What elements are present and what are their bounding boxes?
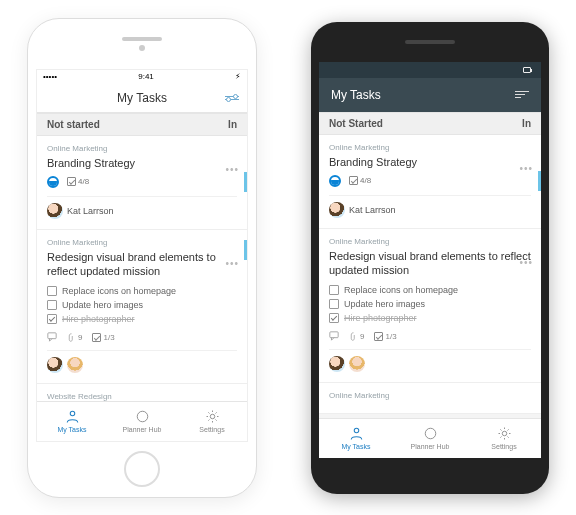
comments-icon [47, 332, 57, 342]
tab-bar: My Tasks Planner Hub Settings [37, 401, 247, 441]
task-card[interactable]: Online Marketing [319, 383, 541, 414]
home-button[interactable] [124, 451, 160, 487]
checklist-icon [374, 332, 383, 341]
task-list[interactable]: Online Marketing Branding Strategy 4/8 •… [37, 136, 247, 401]
scroll-indicator [244, 240, 247, 260]
avatar [47, 357, 63, 373]
project-label: Online Marketing [47, 144, 237, 153]
task-title: Redesign visual brand elements to reflec… [47, 250, 237, 279]
tab-label: Settings [199, 426, 224, 433]
ios-header: My Tasks [37, 84, 247, 113]
assignee-name: Kat Larrson [349, 205, 396, 215]
section-header: Not started In [37, 113, 247, 136]
progress-icon [329, 175, 341, 187]
project-label: Website Redesign [47, 392, 237, 400]
android-header: My Tasks [319, 78, 541, 112]
iphone-device: ••••• 9:41 ⚡︎ My Tasks Not started In On… [27, 18, 257, 498]
more-icon[interactable]: ••• [225, 164, 239, 175]
tab-label: Planner Hub [123, 426, 162, 433]
more-icon[interactable]: ••• [519, 257, 533, 268]
tab-label: Planner Hub [411, 443, 450, 450]
tab-my-tasks[interactable]: My Tasks [37, 402, 107, 441]
svg-point-2 [137, 411, 148, 422]
ios-status-bar: ••••• 9:41 ⚡︎ [37, 70, 247, 84]
page-title: My Tasks [117, 91, 167, 105]
android-status-bar [319, 62, 541, 78]
task-card[interactable]: Online Marketing Branding Strategy 4/8 •… [37, 136, 247, 230]
tab-settings[interactable]: Settings [467, 419, 541, 458]
avatar [47, 203, 63, 219]
section-label: Not Started [329, 118, 383, 129]
checklist-count: 1/3 [92, 333, 114, 342]
checkbox-icon[interactable] [329, 285, 339, 295]
section-header: Not Started In [319, 112, 541, 135]
task-card[interactable]: Online Marketing Redesign visual brand e… [319, 229, 541, 384]
checklist-icon [67, 177, 76, 186]
avatar [67, 357, 83, 373]
sort-icon[interactable] [515, 89, 529, 100]
checkbox-icon[interactable] [329, 299, 339, 309]
more-icon[interactable]: ••• [225, 258, 239, 269]
progress-icon [47, 176, 59, 188]
task-title: Branding Strategy [329, 155, 531, 169]
tab-planner-hub[interactable]: Planner Hub [393, 419, 467, 458]
tab-planner-hub[interactable]: Planner Hub [107, 402, 177, 441]
svg-point-1 [70, 411, 75, 416]
task-title: Redesign visual brand elements to reflec… [329, 249, 531, 278]
svg-point-5 [354, 428, 359, 433]
checklist-item[interactable]: Hire photographer [47, 312, 237, 326]
svg-point-6 [425, 428, 436, 439]
android-device: My Tasks Not Started In Online Marketing… [311, 22, 549, 494]
project-label: Online Marketing [329, 237, 531, 246]
tab-my-tasks[interactable]: My Tasks [319, 419, 393, 458]
avatar [349, 356, 365, 372]
checklist-item[interactable]: Hire photographer [329, 311, 531, 325]
scroll-indicator [244, 172, 247, 192]
gear-icon [205, 409, 220, 424]
section-label: Not started [47, 119, 100, 130]
task-card[interactable]: Website Redesign Include social media ta… [37, 384, 247, 400]
checkbox-icon[interactable] [47, 314, 57, 324]
checklist: Replace icons on homepage Update hero im… [47, 284, 237, 326]
tab-label: Settings [491, 443, 516, 450]
page-title: My Tasks [331, 88, 381, 102]
checklist-count: 1/3 [374, 332, 396, 341]
checklist-icon [92, 333, 101, 342]
more-icon[interactable]: ••• [519, 163, 533, 174]
checklist: Replace icons on homepage Update hero im… [329, 283, 531, 325]
comments-icon [329, 331, 339, 341]
battery-icon [523, 67, 531, 73]
checklist-count: 4/8 [67, 177, 89, 186]
task-list[interactable]: Online Marketing Branding Strategy 4/8 •… [319, 135, 541, 418]
tab-settings[interactable]: Settings [177, 402, 247, 441]
task-card[interactable]: Online Marketing Branding Strategy 4/8 •… [319, 135, 541, 229]
checkbox-icon[interactable] [329, 313, 339, 323]
checkbox-icon[interactable] [47, 300, 57, 310]
task-card[interactable]: Online Marketing Redesign visual brand e… [37, 230, 247, 385]
gear-icon [497, 426, 512, 441]
hub-icon [135, 409, 150, 424]
checklist-item[interactable]: Update hero images [329, 297, 531, 311]
assignee-name: Kat Larrson [67, 206, 114, 216]
tab-bar: My Tasks Planner Hub Settings [319, 418, 541, 458]
person-icon [349, 426, 364, 441]
svg-rect-4 [330, 332, 338, 338]
avatar [329, 356, 345, 372]
person-icon [65, 409, 80, 424]
avatar [329, 202, 345, 218]
attachments-count: 9 [349, 332, 364, 341]
checklist-icon [349, 176, 358, 185]
project-label: Online Marketing [47, 238, 237, 247]
checklist-item[interactable]: Replace icons on homepage [329, 283, 531, 297]
filter-icon[interactable] [225, 94, 239, 102]
tab-label: My Tasks [57, 426, 86, 433]
status-time: 9:41 [138, 72, 154, 81]
section-peek: In [228, 119, 237, 130]
checklist-item[interactable]: Replace icons on homepage [47, 284, 237, 298]
project-label: Online Marketing [329, 143, 531, 152]
checkbox-icon[interactable] [47, 286, 57, 296]
checklist-item[interactable]: Update hero images [47, 298, 237, 312]
tab-label: My Tasks [341, 443, 370, 450]
project-label: Online Marketing [329, 391, 531, 400]
ios-screen: ••••• 9:41 ⚡︎ My Tasks Not started In On… [36, 69, 248, 442]
